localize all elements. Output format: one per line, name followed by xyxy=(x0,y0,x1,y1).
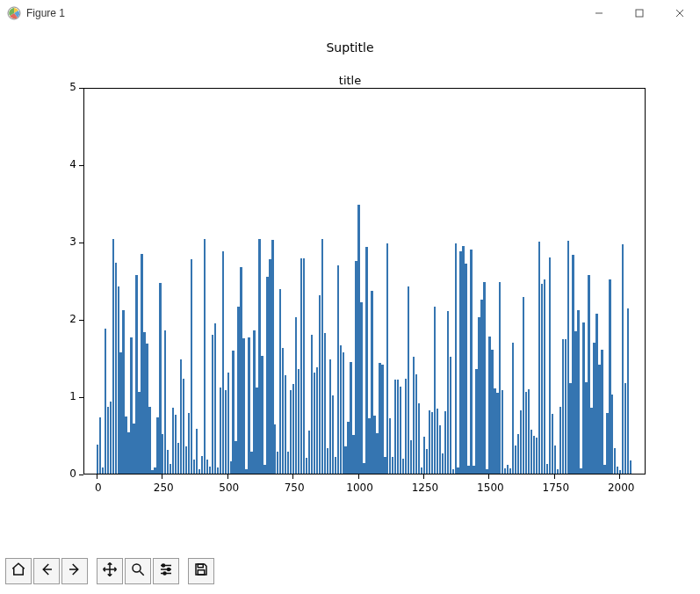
bar xyxy=(627,308,629,474)
axes-title: title xyxy=(0,74,700,87)
bar xyxy=(577,310,579,474)
svg-rect-10 xyxy=(198,570,205,575)
move-icon xyxy=(102,561,118,581)
figure-suptitle: Suptitle xyxy=(0,40,700,54)
bar xyxy=(502,390,503,474)
window-controls xyxy=(579,0,700,26)
svg-rect-2 xyxy=(636,10,643,17)
arrow-left-icon xyxy=(39,561,54,581)
svg-point-5 xyxy=(133,564,141,572)
bar xyxy=(191,259,192,474)
bar xyxy=(630,460,631,474)
zoom-icon xyxy=(130,561,146,581)
save-icon xyxy=(193,561,209,581)
bar xyxy=(227,373,229,474)
close-button[interactable] xyxy=(660,0,700,26)
svg-point-8 xyxy=(163,572,166,575)
bar xyxy=(544,279,545,474)
sliders-icon xyxy=(158,561,174,581)
bar xyxy=(214,323,216,474)
bar xyxy=(204,239,206,474)
x-tick-label: 2000 xyxy=(603,482,639,494)
bar xyxy=(360,302,362,474)
y-tick-label: 3 xyxy=(41,235,76,248)
y-tick-label: 2 xyxy=(41,313,76,325)
x-tick-label: 750 xyxy=(277,482,312,494)
bar xyxy=(303,258,305,474)
svg-rect-9 xyxy=(198,564,203,568)
bar xyxy=(148,407,150,474)
y-tick-label: 1 xyxy=(41,390,76,402)
bar xyxy=(601,350,603,474)
axes-box xyxy=(83,88,646,474)
back-button[interactable] xyxy=(33,558,60,584)
bar xyxy=(455,243,457,474)
bar xyxy=(470,250,472,474)
forward-button[interactable] xyxy=(61,558,88,584)
y-tick-label: 5 xyxy=(41,81,76,93)
bar xyxy=(483,282,485,474)
bar xyxy=(465,264,466,474)
svg-point-7 xyxy=(168,569,170,571)
maximize-button[interactable] xyxy=(619,0,660,26)
x-tick-label: 1750 xyxy=(538,482,574,494)
x-tick-label: 500 xyxy=(212,482,247,494)
svg-point-6 xyxy=(162,564,165,567)
bar xyxy=(450,357,451,474)
pan-button[interactable] xyxy=(97,558,123,584)
bars-container xyxy=(84,89,645,474)
home-button[interactable] xyxy=(5,558,32,584)
nav-toolbar xyxy=(5,555,221,587)
figure-canvas[interactable]: Suptitle title 012345 025050075010001250… xyxy=(0,26,700,548)
matplotlib-app-icon xyxy=(7,6,21,20)
y-tick-label: 0 xyxy=(41,467,76,480)
x-tick-label: 0 xyxy=(81,482,116,494)
y-tick-label: 4 xyxy=(41,158,76,170)
x-tick-label: 1000 xyxy=(343,482,378,494)
minimize-button[interactable] xyxy=(579,0,619,26)
configure-subplots-button[interactable] xyxy=(153,558,179,584)
save-button[interactable] xyxy=(188,558,214,584)
x-tick-label: 1500 xyxy=(473,482,508,494)
bar xyxy=(418,403,420,474)
window-title: Figure 1 xyxy=(26,7,65,19)
bar xyxy=(99,417,101,474)
arrow-right-icon xyxy=(67,561,83,581)
bar xyxy=(196,429,198,474)
bar xyxy=(261,356,263,474)
titlebar: Figure 1 xyxy=(0,0,700,26)
x-tick-label: 250 xyxy=(146,482,181,494)
x-tick-label: 1250 xyxy=(408,482,443,494)
zoom-button[interactable] xyxy=(125,558,151,584)
home-icon xyxy=(11,561,26,581)
bar xyxy=(242,338,244,474)
